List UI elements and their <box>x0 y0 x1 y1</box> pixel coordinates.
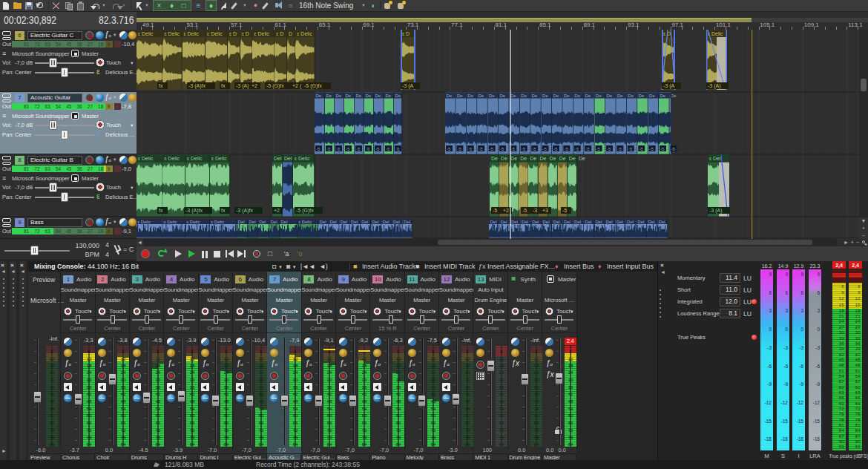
svg-text:54: 54 <box>50 407 55 411</box>
svg-text:78: 78 <box>499 436 504 440</box>
svg-text:18: 18 <box>98 166 104 171</box>
svg-text:42: 42 <box>258 392 263 396</box>
svg-text:-5: -5 <box>596 147 601 151</box>
svg-text:Del: Del <box>543 220 550 224</box>
svg-text:De: De <box>366 94 372 98</box>
svg-text:84: 84 <box>190 442 195 447</box>
svg-text:33: 33 <box>855 336 861 341</box>
svg-text:78: 78 <box>568 436 573 440</box>
svg-text:Del: Del <box>585 220 591 224</box>
svg-text:De: De <box>564 94 570 98</box>
svg-text:Del: Del <box>659 220 665 224</box>
svg-text:84: 84 <box>430 442 435 447</box>
svg-text:De: De <box>607 94 613 98</box>
svg-text:9: 9 <box>800 272 803 277</box>
svg-text:De: De <box>542 94 548 98</box>
svg-text:78: 78 <box>839 418 844 422</box>
svg-text:ε Delic: ε Delic <box>164 156 180 161</box>
svg-text:6: 6 <box>785 290 788 295</box>
svg-text:-5: -5 <box>316 147 320 151</box>
svg-text:De: De <box>395 94 401 98</box>
svg-text:48: 48 <box>155 399 160 404</box>
svg-text:84: 84 <box>293 442 298 447</box>
svg-text:30: 30 <box>190 378 195 382</box>
svg-text:12: 12 <box>224 357 229 361</box>
svg-text:12: 12 <box>855 296 861 301</box>
svg-text:2,4: 2,4 <box>835 263 843 269</box>
svg-text:18: 18 <box>224 364 229 368</box>
svg-text:18: 18 <box>327 364 332 368</box>
svg-text:84: 84 <box>568 442 573 447</box>
svg-text:45: 45 <box>66 104 72 109</box>
svg-text:De: De <box>520 156 527 161</box>
svg-text:48: 48 <box>121 399 126 404</box>
svg-text:81: 81 <box>24 42 30 47</box>
svg-text:42: 42 <box>121 392 126 396</box>
svg-text:-5: -5 <box>375 147 380 151</box>
svg-text:66: 66 <box>568 421 573 425</box>
svg-text:Del: Del <box>372 220 379 224</box>
svg-text:-5: -5 <box>336 147 341 151</box>
svg-text:90: 90 <box>839 439 844 444</box>
svg-text:Del: Del <box>249 220 256 224</box>
svg-text:3: 3 <box>800 308 803 313</box>
svg-text:6: 6 <box>817 290 820 295</box>
svg-text:9: 9 <box>108 42 111 47</box>
svg-text:42: 42 <box>87 392 92 396</box>
svg-text:78: 78 <box>396 436 401 440</box>
svg-text:LRA: LRA <box>809 453 821 459</box>
svg-text:6: 6 <box>769 290 772 295</box>
svg-text:Del: Del <box>238 220 245 224</box>
svg-text:36: 36 <box>224 385 229 390</box>
svg-text:2,4: 2,4 <box>852 263 859 269</box>
svg-text:42: 42 <box>855 352 861 357</box>
svg-text:12: 12 <box>293 357 298 361</box>
svg-text:De: De <box>457 94 463 98</box>
svg-text:78: 78 <box>155 436 160 440</box>
svg-text:66: 66 <box>50 421 55 425</box>
svg-text:24: 24 <box>121 370 126 375</box>
svg-text:23.3: 23.3 <box>810 263 821 269</box>
svg-text:ε Delic: ε Delic <box>207 31 223 36</box>
svg-text:75: 75 <box>839 412 844 416</box>
svg-text:87: 87 <box>855 434 861 439</box>
svg-text:De: De <box>559 156 566 161</box>
svg-text:Del: Del <box>274 156 282 161</box>
svg-text:60: 60 <box>121 413 126 418</box>
svg-text:De: De <box>550 156 556 161</box>
svg-text:36: 36 <box>121 385 126 390</box>
svg-text:54: 54 <box>327 407 332 411</box>
svg-text:42: 42 <box>327 392 332 396</box>
svg-text:66: 66 <box>839 396 844 400</box>
svg-text:-6: -6 <box>799 364 803 369</box>
svg-text:18: 18 <box>430 364 435 368</box>
svg-text:42: 42 <box>190 392 195 396</box>
svg-text:51: 51 <box>839 369 844 373</box>
svg-text:18: 18 <box>839 309 844 313</box>
svg-text:De: De <box>510 94 516 98</box>
svg-text:27: 27 <box>839 325 844 329</box>
svg-text:Del: Del <box>383 220 389 224</box>
svg-text:-5: -5 <box>639 147 643 151</box>
svg-text:+2: +2 <box>274 208 280 213</box>
svg-text:66: 66 <box>465 421 470 425</box>
svg-text:84: 84 <box>533 442 539 447</box>
svg-text:ε Delic: ε Delic <box>708 31 723 36</box>
svg-text:30: 30 <box>533 378 539 382</box>
svg-text:De: De <box>660 94 666 98</box>
svg-text:ε Delic: ε Delic <box>138 31 154 36</box>
svg-text:42: 42 <box>465 392 470 396</box>
svg-text:42: 42 <box>361 392 366 396</box>
svg-text:Del: Del <box>404 220 410 224</box>
svg-text:True peaks (dBFS): True peaks (dBFS) <box>829 453 868 459</box>
svg-text:54: 54 <box>499 407 504 411</box>
svg-text:60: 60 <box>499 413 504 418</box>
svg-text:-5 (G)fx: -5 (G)fx <box>266 83 284 89</box>
svg-text:fx: fx <box>221 208 226 213</box>
svg-text:78: 78 <box>361 436 366 440</box>
svg-text:42: 42 <box>568 392 573 396</box>
svg-text:18: 18 <box>293 364 298 368</box>
svg-text:30: 30 <box>839 330 844 335</box>
svg-text:-5: -5 <box>447 147 451 151</box>
svg-text:fx: fx <box>159 83 163 88</box>
